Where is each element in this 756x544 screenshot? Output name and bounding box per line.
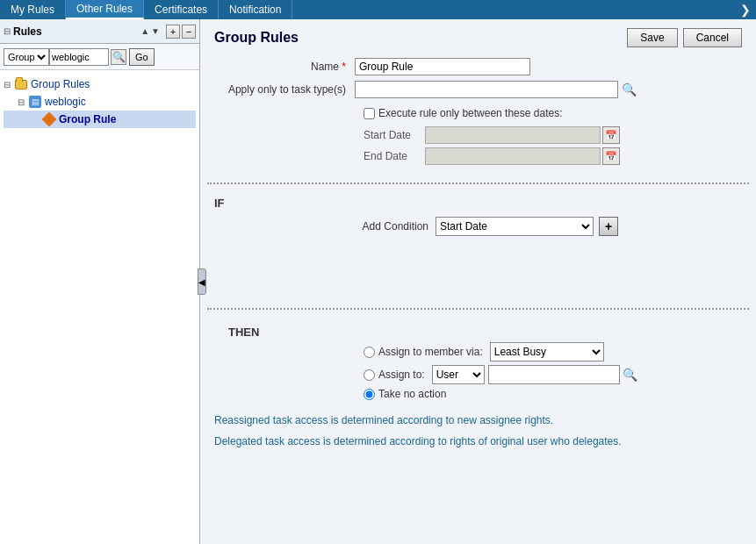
assign-to-type-select[interactable]: User Group Role (432, 365, 485, 384)
folder-icon (14, 77, 28, 91)
assign-search-icon[interactable]: 🔍 (623, 367, 638, 383)
search-icon: 🔍 (112, 51, 126, 63)
name-section: Name Apply only to task type(s) 🔍 Execut… (200, 54, 756, 175)
name-label: Name (214, 61, 355, 73)
apply-row: Apply only to task type(s) 🔍 (214, 81, 742, 98)
panel-collapse-expand: ⊟ (4, 26, 11, 36)
then-section: THEN Assign to member via: Least Busy Ro… (200, 317, 756, 407)
close-icon[interactable]: ❯ (735, 1, 756, 18)
search-input[interactable] (49, 48, 109, 66)
search-bar: Group User Role 🔍 Go (0, 44, 199, 70)
add-condition-btn[interactable]: + (599, 217, 618, 236)
tree-label-weblogic: weblogic (45, 96, 86, 108)
top-nav: My Rules Other Rules Certificates Notifi… (0, 0, 756, 19)
search-type-select[interactable]: Group User Role (4, 48, 49, 66)
if-area: Add Condition Start Date End Date Priori… (200, 213, 756, 301)
add-rule-btn[interactable]: + (166, 25, 180, 39)
start-date-row: Start Date 📅 (214, 126, 742, 144)
end-date-label: End Date (364, 150, 425, 162)
tab-my-rules[interactable]: My Rules (0, 0, 66, 19)
tab-notification[interactable]: Notification (219, 0, 292, 19)
tree-item-group-rule[interactable]: Group Rule (4, 111, 196, 128)
tree-item-weblogic[interactable]: ⊟ weblogic (4, 93, 196, 111)
page-title: Group Rules (214, 30, 299, 46)
start-date-calendar-icon[interactable]: 📅 (602, 126, 620, 144)
arrow-down-btn[interactable]: ▼ (150, 26, 161, 36)
task-type-input[interactable] (355, 81, 618, 98)
tree-area: ⊟ Group Rules ⊟ weblogic (0, 70, 199, 544)
cancel-button[interactable]: Cancel (683, 28, 742, 47)
end-date-calendar-icon[interactable]: 📅 (602, 147, 620, 165)
right-panel-header: Group Rules Save Cancel (200, 19, 756, 54)
assign-to-input[interactable] (488, 365, 620, 384)
app-container: My Rules Other Rules Certificates Notifi… (0, 0, 756, 544)
tree-expand-weblogic-icon: ⊟ (18, 97, 28, 107)
tree-label-group-rules: Group Rules (31, 78, 90, 90)
execute-dates-row: Execute rule only between these dates: (214, 104, 742, 123)
assign-to-row: Assign to: User Group Role 🔍 (214, 365, 742, 384)
group-icon (28, 95, 42, 109)
tab-certificates[interactable]: Certificates (144, 0, 219, 19)
collapse-handle[interactable]: ◀ (198, 268, 206, 295)
info-text-2: Delegated task access is determined acco… (200, 428, 756, 449)
name-row: Name (214, 58, 742, 75)
left-panel-header: ⊟ Rules ▲ ▼ + − (0, 19, 199, 44)
name-input[interactable] (355, 58, 530, 75)
condition-select[interactable]: Start Date End Date Priority Category (436, 217, 594, 236)
remove-rule-btn[interactable]: − (182, 25, 196, 39)
assign-member-select[interactable]: Least Busy Round Robin First Available (490, 342, 604, 361)
left-panel: ⊟ Rules ▲ ▼ + − Group User Role 🔍 (0, 19, 200, 544)
tree-expand-icon: ⊟ (4, 80, 14, 89)
tree-item-group-rules[interactable]: ⊟ Group Rules (4, 75, 196, 93)
tree-expand-rule-icon (32, 115, 42, 125)
assign-member-radio[interactable] (364, 347, 375, 358)
tree-label-group-rule: Group Rule (59, 113, 116, 125)
end-date-input[interactable] (425, 147, 601, 165)
end-date-row: End Date 📅 (214, 147, 742, 165)
start-date-label: Start Date (364, 129, 425, 141)
divider-1 (207, 183, 749, 184)
execute-dates-label: Execute rule only between these dates: (378, 107, 562, 119)
expand-collapse: ▲ ▼ (140, 26, 161, 36)
start-date-input[interactable] (425, 126, 601, 144)
main-layout: ⊟ Rules ▲ ▼ + − Group User Role 🔍 (0, 19, 756, 544)
tab-other-rules[interactable]: Other Rules (66, 0, 144, 19)
take-no-action-row: Take no action (214, 388, 742, 400)
header-buttons: Save Cancel (627, 28, 742, 47)
apply-label: Apply only to task type(s) (214, 83, 355, 96)
assign-to-label: Assign to: (378, 369, 425, 381)
arrow-up-btn[interactable]: ▲ (140, 26, 150, 36)
divider-2 (207, 308, 749, 310)
execute-dates-checkbox[interactable] (364, 108, 375, 119)
then-label: THEN (214, 320, 742, 342)
take-no-action-label: Take no action (378, 388, 446, 400)
assign-to-radio[interactable] (364, 369, 375, 381)
save-button[interactable]: Save (627, 28, 677, 47)
condition-row: Add Condition Start Date End Date Priori… (200, 213, 756, 240)
add-condition-label: Add Condition (341, 220, 428, 233)
panel-title: Rules (13, 25, 140, 38)
search-icon-btn[interactable]: 🔍 (111, 49, 126, 65)
right-panel: Group Rules Save Cancel Name Apply only … (200, 19, 756, 544)
assign-member-row: Assign to member via: Least Busy Round R… (214, 342, 742, 361)
if-section: IF Add Condition Start Date End Date Pri… (200, 191, 756, 301)
diamond-icon (42, 112, 56, 126)
take-no-action-radio[interactable] (364, 389, 375, 400)
assign-member-label: Assign to member via: (378, 346, 483, 358)
task-search-icon[interactable]: 🔍 (621, 82, 637, 97)
go-button[interactable]: Go (129, 48, 155, 66)
info-text-1: Reassigned task access is determined acc… (200, 407, 756, 428)
if-label: IF (200, 191, 756, 213)
